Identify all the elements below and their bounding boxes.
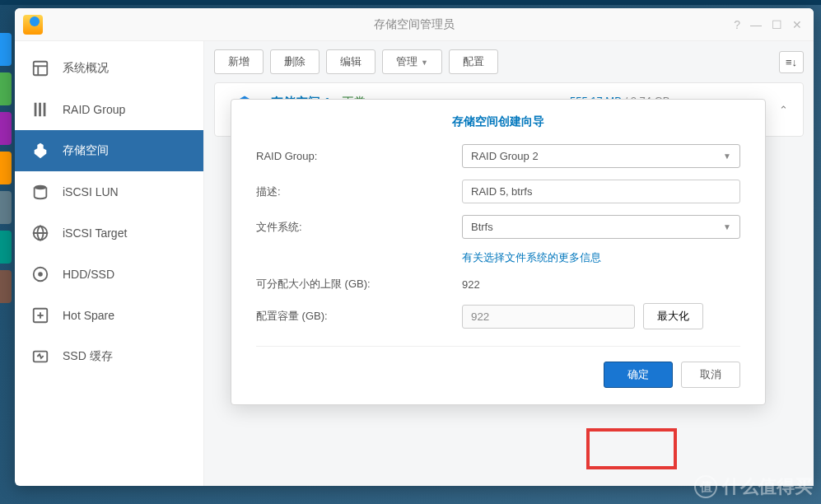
sidebar-label: HDD/SSD	[63, 268, 114, 281]
collapse-all-button[interactable]: ≡↓	[779, 51, 804, 73]
wizard-title: 存储空间创建向导	[256, 114, 740, 129]
sidebar-label: 存储空间	[63, 143, 109, 158]
raid-group-select[interactable]: RAID Group 2▼	[462, 144, 740, 168]
watermark: 值 什么值得买	[694, 474, 813, 499]
filesystem-info-link[interactable]: 有关选择文件系统的更多信息	[462, 251, 601, 264]
capacity-input[interactable]	[462, 305, 635, 329]
sidebar-label: 系统概况	[63, 61, 109, 76]
chevron-down-icon: ▼	[421, 58, 428, 67]
sidebar-item-ssd-cache[interactable]: SSD 缓存	[15, 336, 203, 377]
capacity-label: 配置容量 (GB):	[256, 309, 462, 324]
minimize-icon[interactable]: —	[750, 18, 762, 31]
sidebar-label: iSCSI Target	[63, 226, 127, 240]
ok-button[interactable]: 确定	[604, 362, 673, 388]
sidebar-item-hot-spare[interactable]: Hot Spare	[15, 295, 203, 336]
chevron-down-icon: ▼	[723, 222, 731, 231]
sidebar-item-raid-group[interactable]: RAID Group	[15, 89, 203, 130]
svg-rect-3	[35, 103, 37, 117]
chevron-down-icon: ▼	[723, 152, 731, 161]
sidebar-label: SSD 缓存	[63, 349, 113, 364]
volume-creation-wizard: 存储空间创建向导 RAID Group: RAID Group 2▼ 描述: R…	[231, 99, 766, 405]
sidebar-item-hdd-ssd[interactable]: HDD/SSD	[15, 254, 203, 295]
new-button[interactable]: 新增	[214, 49, 264, 74]
svg-rect-5	[44, 103, 46, 117]
svg-rect-0	[34, 62, 48, 76]
description-field: RAID 5, btrfs	[462, 180, 740, 203]
app-icon	[23, 15, 43, 35]
sidebar-label: Hot Spare	[63, 309, 114, 322]
raid-group-label: RAID Group:	[256, 150, 462, 162]
chevron-up-icon[interactable]: ⌃	[779, 104, 788, 116]
sidebar-label: iSCSI LUN	[63, 185, 119, 198]
manage-button[interactable]: 管理▼	[382, 49, 442, 74]
iscsi-target-icon	[31, 224, 49, 242]
ssd-cache-icon	[31, 348, 49, 366]
sidebar-item-overview[interactable]: 系统概况	[15, 48, 203, 89]
sidebar-label: RAID Group	[63, 103, 125, 116]
iscsi-lun-icon	[31, 183, 49, 201]
description-label: 描述:	[256, 184, 462, 199]
close-icon[interactable]: ✕	[792, 18, 802, 31]
toolbar: 新增 删除 编辑 管理▼ 配置 ≡↓	[204, 41, 814, 82]
configure-button[interactable]: 配置	[449, 49, 498, 74]
delete-button[interactable]: 删除	[270, 49, 320, 74]
edit-button[interactable]: 编辑	[326, 49, 376, 74]
window-title: 存储空间管理员	[15, 17, 814, 32]
max-alloc-label: 可分配大小的上限 (GB):	[256, 277, 462, 292]
overview-icon	[31, 59, 49, 77]
sidebar-item-iscsi-target[interactable]: iSCSI Target	[15, 212, 203, 254]
max-alloc-value: 922	[462, 278, 740, 291]
volume-icon	[31, 142, 49, 160]
cancel-button[interactable]: 取消	[681, 362, 740, 388]
sidebar: 系统概况 RAID Group 存储空间 iSCSI LUN iSCSI Tar…	[15, 41, 204, 486]
sidebar-item-volume[interactable]: 存储空间	[15, 130, 203, 171]
filesystem-label: 文件系统:	[256, 220, 462, 235]
raid-group-icon	[31, 100, 49, 119]
sidebar-item-iscsi-lun[interactable]: iSCSI LUN	[15, 171, 203, 212]
svg-point-6	[35, 185, 47, 190]
filesystem-select[interactable]: Btrfs▼	[462, 215, 740, 239]
hot-spare-icon	[31, 306, 49, 324]
svg-point-9	[39, 273, 42, 276]
maximize-icon[interactable]: ☐	[772, 18, 782, 31]
titlebar: 存储空间管理员 ? — ☐ ✕	[15, 8, 814, 41]
svg-rect-4	[39, 103, 41, 117]
help-icon[interactable]: ?	[734, 18, 740, 31]
maximize-button[interactable]: 最大化	[643, 303, 703, 329]
hdd-icon	[31, 265, 49, 283]
